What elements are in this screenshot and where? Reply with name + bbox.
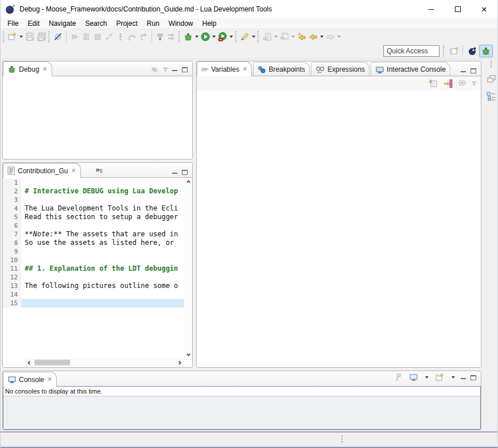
debug-button[interactable]: [182, 30, 194, 43]
editor-line[interactable]: 11## 1. Explanation of the LDT debuggin: [3, 264, 184, 273]
launch-shortcut-1-dropdown[interactable]: [274, 36, 278, 38]
suspend-button[interactable]: [80, 30, 92, 43]
menu-file[interactable]: File: [3, 19, 23, 28]
close-window-button[interactable]: ✕: [471, 0, 497, 18]
toolbar-drag-handle[interactable]: [48, 31, 50, 42]
pin-console-button[interactable]: [392, 371, 403, 384]
editor-line[interactable]: 14: [3, 290, 184, 299]
scroll-down-icon[interactable]: [186, 352, 190, 356]
coverage-button[interactable]: [217, 30, 228, 43]
maximize-window-button[interactable]: [445, 0, 471, 18]
menu-project[interactable]: Project: [111, 19, 142, 28]
outline-view-button[interactable]: [485, 91, 497, 102]
forward-dropdown[interactable]: [337, 36, 341, 38]
editor-current-line[interactable]: 15: [3, 299, 184, 307]
display-selected-console-dropdown[interactable]: [425, 376, 429, 379]
external-tools-dropdown[interactable]: [252, 36, 255, 38]
terminate-button[interactable]: [92, 30, 103, 43]
editor-line[interactable]: 13The following pictures outline some o: [3, 282, 184, 290]
minimize-window-button[interactable]: [418, 0, 445, 18]
forward-button[interactable]: [325, 30, 336, 43]
editor-line[interactable]: 7**Note:** The assets that are used in: [3, 230, 184, 239]
editor-horizontal-scrollbar[interactable]: [25, 359, 184, 367]
menu-run[interactable]: Run: [142, 19, 164, 28]
debug-view-content[interactable]: [3, 76, 192, 159]
save-button[interactable]: [24, 30, 36, 43]
editor-line[interactable]: 10: [3, 256, 184, 264]
minimize-view-icon[interactable]: [461, 378, 466, 380]
maximize-view-icon[interactable]: [182, 67, 188, 72]
new-wizard-button[interactable]: [7, 30, 18, 43]
toolbar-drag-handle[interactable]: [258, 31, 260, 42]
statusbar-drag-handle[interactable]: [341, 435, 343, 437]
toolbar-drag-handle[interactable]: [178, 31, 181, 42]
last-edit-location-button[interactable]: [296, 30, 308, 43]
minimize-view-icon[interactable]: [461, 71, 466, 73]
editor-line[interactable]: 9: [3, 247, 184, 256]
editor-line[interactable]: 1: [3, 178, 184, 187]
run-button[interactable]: [200, 30, 211, 43]
maximize-view-icon[interactable]: [470, 375, 476, 380]
step-into-button[interactable]: [115, 30, 126, 43]
menu-navigate[interactable]: Navigate: [44, 19, 80, 28]
close-tab-icon[interactable]: ✕: [47, 376, 52, 383]
show-logical-structure-button[interactable]: [442, 77, 454, 89]
console-content[interactable]: No consoles to display at this time.: [3, 386, 481, 430]
editor-line[interactable]: 2# Interactive DEBUG using Lua Develop: [3, 187, 184, 196]
menu-search[interactable]: Search: [80, 19, 111, 28]
drop-to-frame-button[interactable]: [154, 30, 166, 43]
toolbar-drag-handle[interactable]: [443, 45, 445, 57]
view-menu-icon[interactable]: ▽: [472, 81, 476, 86]
launch-shortcut-2-button[interactable]: [279, 30, 290, 43]
tab-editor-contribution-guide[interactable]: Contribution_Gu ✕: [3, 163, 81, 178]
step-return-button[interactable]: [138, 30, 149, 43]
debug-perspective-button[interactable]: [479, 45, 493, 57]
tab-interactive-console[interactable]: Interactive Console: [371, 62, 450, 76]
back-dropdown[interactable]: [320, 36, 324, 38]
menu-window[interactable]: Window: [164, 19, 198, 28]
scroll-up-icon[interactable]: [186, 180, 190, 184]
open-console-button[interactable]: [434, 371, 446, 384]
scroll-right-icon[interactable]: [177, 360, 181, 364]
view-menu-icon[interactable]: ▽: [164, 67, 168, 72]
editor-line[interactable]: 8So use the assets as listed here, or: [3, 239, 184, 247]
lua-perspective-button[interactable]: [465, 45, 479, 57]
scroll-left-icon[interactable]: [28, 360, 32, 364]
back-button[interactable]: [308, 30, 319, 43]
launch-shortcut-1-button[interactable]: [262, 30, 273, 43]
tab-variables[interactable]: (x)= Variables ✕: [197, 61, 252, 76]
minimize-view-icon[interactable]: [172, 173, 177, 174]
menu-help[interactable]: Help: [198, 19, 221, 28]
save-all-button[interactable]: [36, 30, 47, 43]
menu-edit[interactable]: Edit: [23, 19, 44, 28]
editor-line[interactable]: 5Read this section to setup a debugger: [3, 213, 184, 221]
close-tab-icon[interactable]: ✕: [42, 66, 47, 72]
close-tab-icon[interactable]: ✕: [242, 66, 247, 72]
editor-line[interactable]: 4The Lua Development Tools in the Ecli: [3, 204, 184, 213]
minimize-view-icon[interactable]: [172, 70, 177, 72]
editor-line[interactable]: 12: [3, 273, 184, 282]
open-console-dropdown[interactable]: [452, 376, 455, 379]
maximize-view-icon[interactable]: [470, 68, 476, 73]
remove-all-terminated-icon[interactable]: ✕: [151, 65, 157, 73]
show-type-names-button[interactable]: K: [427, 77, 439, 89]
run-dropdown[interactable]: [212, 36, 216, 38]
variables-content[interactable]: [197, 90, 481, 367]
disconnect-button[interactable]: [103, 30, 115, 43]
editor-vertical-scrollbar[interactable]: [184, 178, 192, 358]
tab-expressions[interactable]: x= Expressions: [311, 62, 369, 76]
toolbar-drag-handle[interactable]: [235, 31, 238, 42]
editor-line[interactable]: 6: [3, 221, 184, 230]
editor-text-area[interactable]: 1 2# Interactive DEBUG using Lua Develop…: [3, 178, 184, 358]
restore-view-button[interactable]: [485, 73, 497, 85]
open-perspective-button[interactable]: [449, 45, 460, 57]
external-tools-button[interactable]: [239, 30, 251, 43]
debug-dropdown[interactable]: [195, 36, 199, 38]
maximize-view-icon[interactable]: [182, 170, 188, 175]
use-step-filters-button[interactable]: [166, 30, 177, 43]
close-tab-icon[interactable]: ✕: [71, 167, 76, 174]
scrollbar-thumb[interactable]: [34, 360, 70, 365]
tab-debug[interactable]: Debug ✕: [3, 61, 52, 76]
collapse-all-button[interactable]: [457, 77, 469, 89]
tab-breakpoints[interactable]: Breakpoints: [253, 62, 309, 76]
